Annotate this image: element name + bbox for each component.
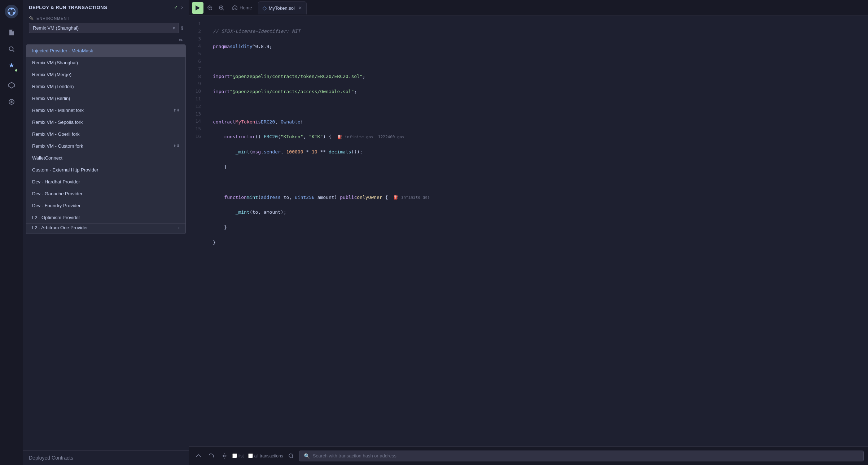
dropdown-item-hardhat[interactable]: Dev - Hardhat Provider <box>26 176 185 188</box>
svg-line-14 <box>211 9 212 10</box>
bottom-undo-icon[interactable] <box>206 451 216 461</box>
search-icon: 🔍 <box>304 453 310 459</box>
code-line-9: _mint(msg.sender, 100000 * 10 ** decimal… <box>213 148 862 156</box>
sidebar-item-search[interactable] <box>4 42 19 56</box>
zoom-out-button[interactable] <box>205 3 215 13</box>
submenu-arrow-icon: › <box>178 225 180 230</box>
svg-point-7 <box>9 47 13 51</box>
code-line-13: _mint(to, amount); <box>213 209 862 216</box>
code-line-3 <box>213 58 862 65</box>
environment-dropdown: Injected Provider - MetaMask Remix VM (S… <box>26 44 186 234</box>
sidebar-item-deploy[interactable] <box>4 58 19 73</box>
tab-home-label: Home <box>240 5 252 10</box>
code-line-15: } <box>213 239 862 247</box>
svg-point-3 <box>13 12 15 14</box>
svg-point-2 <box>10 8 13 10</box>
sidebar-item-git[interactable] <box>4 78 19 92</box>
code-line-4: import "@openzeppelin/contracts/token/ER… <box>213 73 862 81</box>
dropdown-item-remix-mainnet[interactable]: Remix VM - Mainnet fork ⬆⬇ <box>26 104 185 116</box>
svg-rect-6 <box>10 33 12 34</box>
stepper-icon-mainnet: ⬆⬇ <box>173 108 180 113</box>
svg-line-22 <box>292 457 293 458</box>
dropdown-item-remix-berlin[interactable]: Remix VM (Berlin) <box>26 92 185 104</box>
code-line-10: } <box>213 164 862 171</box>
app-logo <box>3 3 20 20</box>
editor-area: Home ◇ MyToken.sol ✕ 1 2 3 4 5 6 7 8 9 1… <box>189 0 868 465</box>
code-line-16 <box>213 254 862 262</box>
svg-point-4 <box>8 12 10 14</box>
environment-section: 🔌 ENVIRONMENT Remix VM (Shanghai) ▾ ℹ <box>23 14 189 36</box>
tab-mytoken-label: MyToken.sol <box>269 5 295 11</box>
tab-home[interactable]: Home <box>228 1 257 14</box>
bottom-checkbox-list[interactable]: list <box>232 453 244 459</box>
icon-bar <box>0 0 23 465</box>
environment-label: 🔌 ENVIRONMENT <box>29 16 183 21</box>
svg-point-0 <box>5 5 18 18</box>
dropdown-item-optimism[interactable]: L2 - Optimism Provider <box>26 212 185 223</box>
home-tab-icon <box>232 5 237 11</box>
bottom-minimize-icon[interactable] <box>193 451 203 461</box>
code-line-12: function mint(address to, uint256 amount… <box>213 194 862 201</box>
bottom-settings-icon[interactable] <box>219 451 229 461</box>
dropdown-item-walletconnect[interactable]: WalletConnect <box>26 152 185 164</box>
transaction-search[interactable]: 🔍 Search with transaction hash or addres… <box>299 451 864 461</box>
bottom-checkbox-transactions[interactable]: all transactions <box>248 453 283 459</box>
bottom-search-icon-inline[interactable] <box>286 451 296 461</box>
chevron-down-icon: ▾ <box>173 26 175 31</box>
code-line-14: } <box>213 224 862 231</box>
dropdown-item-remix-merge[interactable]: Remix VM (Merge) <box>26 69 185 81</box>
svg-marker-12 <box>196 5 200 10</box>
bottom-bar: list all transactions 🔍 Search with tran… <box>189 446 868 465</box>
code-line-8: constructor() ERC20("KToken", "KTK") {⛽ … <box>213 133 862 141</box>
code-line-2: pragma solidity ^0.8.9; <box>213 43 862 51</box>
info-icon[interactable]: ℹ <box>181 25 183 31</box>
dropdown-item-remix-london[interactable]: Remix VM (London) <box>26 81 185 92</box>
deploy-badge <box>14 69 18 72</box>
stepper-icon-custom: ⬆⬇ <box>173 144 180 148</box>
svg-line-17 <box>223 9 224 10</box>
env-current-value: Remix VM (Shanghai) <box>33 25 79 31</box>
left-panel: DEPLOY & RUN TRANSACTIONS ✓ › 🔌 ENVIRONM… <box>23 0 189 465</box>
code-content[interactable]: // SPDX-License-Identifier: MIT pragma s… <box>207 16 868 446</box>
search-placeholder: Search with transaction hash or address <box>313 453 396 459</box>
mytoken-tab-icon: ◇ <box>263 5 267 11</box>
environment-select[interactable]: Remix VM (Shanghai) ▾ <box>29 23 179 33</box>
transactions-checkbox[interactable] <box>248 453 253 458</box>
code-editor: 1 2 3 4 5 6 7 8 9 10 11 12 13 14 15 16 /… <box>189 16 868 446</box>
svg-marker-9 <box>9 82 14 88</box>
dropdown-item-remix-goerli[interactable]: Remix VM - Goerli fork <box>26 128 185 140</box>
code-line-11 <box>213 179 862 186</box>
dropdown-item-arbitrum[interactable]: L2 - Arbitrum One Provider › <box>26 223 185 234</box>
dropdown-item-remix-shanghai[interactable]: Remix VM (Shanghai) <box>26 57 185 69</box>
sidebar-item-files[interactable] <box>4 25 19 40</box>
tab-mytoken[interactable]: ◇ MyToken.sol ✕ <box>258 1 307 14</box>
svg-rect-5 <box>10 32 13 33</box>
line-numbers: 1 2 3 4 5 6 7 8 9 10 11 12 13 14 15 16 <box>189 16 207 446</box>
dropdown-item-foundry[interactable]: Dev - Foundry Provider <box>26 200 185 212</box>
bottom-labels-container: list all transactions <box>232 453 283 459</box>
plug-icon: 🔌 <box>29 16 34 21</box>
code-line-1: // SPDX-License-Identifier: MIT <box>213 28 862 35</box>
deployed-contracts-title: Deployed Contracts <box>29 455 183 461</box>
env-select-container: Remix VM (Shanghai) ▾ ℹ <box>29 23 183 33</box>
run-button[interactable] <box>192 2 203 14</box>
dropdown-item-ganache[interactable]: Dev - Ganache Provider <box>26 188 185 200</box>
tab-close-icon[interactable]: ✕ <box>298 5 302 10</box>
svg-line-8 <box>13 51 14 52</box>
dropdown-item-custom-http[interactable]: Custom - External Http Provider <box>26 164 185 176</box>
dropdown-item-remix-sepolia[interactable]: Remix VM - Sepolia fork <box>26 116 185 128</box>
expand-icon: › <box>181 4 183 10</box>
panel-title: DEPLOY & RUN TRANSACTIONS <box>29 5 171 10</box>
svg-point-20 <box>224 455 225 457</box>
code-line-6 <box>213 103 862 111</box>
list-checkbox[interactable] <box>232 453 237 458</box>
panel-header: DEPLOY & RUN TRANSACTIONS ✓ › <box>23 0 189 14</box>
code-line-7: contract MyToken is ERC20, Ownable { <box>213 118 862 126</box>
deployed-contracts-section: Deployed Contracts <box>23 450 189 465</box>
sidebar-item-debug[interactable] <box>4 95 19 109</box>
dropdown-item-remix-custom[interactable]: Remix VM - Custom fork ⬆⬇ <box>26 140 185 152</box>
edit-icon[interactable]: ✏ <box>179 38 183 43</box>
tab-bar: Home ◇ MyToken.sol ✕ <box>189 0 868 16</box>
zoom-in-button[interactable] <box>216 3 227 13</box>
dropdown-item-injected[interactable]: Injected Provider - MetaMask <box>26 45 185 57</box>
